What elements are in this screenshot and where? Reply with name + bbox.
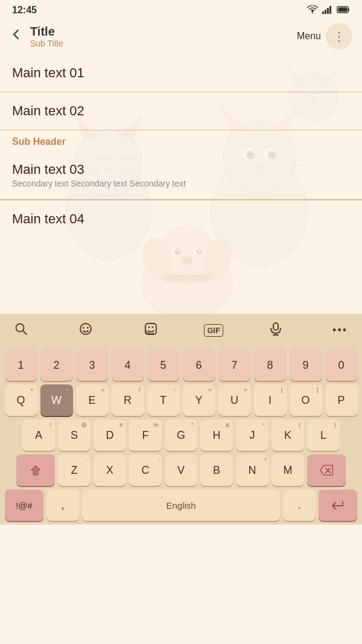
svg-point-45 (177, 249, 179, 252)
svg-point-50 (183, 278, 191, 285)
key-d[interactable]: #D (94, 419, 126, 451)
key-y[interactable]: <Y (183, 384, 215, 416)
key-a[interactable]: !A (22, 419, 55, 451)
app-bar-titles: Title Sub Title (30, 25, 297, 48)
status-time: 12:45 (12, 5, 37, 16)
svg-point-62 (151, 327, 153, 328)
key-z[interactable]: "Z (58, 454, 91, 486)
svg-point-58 (83, 327, 84, 329)
key-t[interactable]: -T (147, 384, 180, 416)
svg-rect-1 (325, 10, 326, 14)
back-button[interactable] (10, 28, 23, 45)
main-text-2: Main text 02 (12, 103, 350, 119)
main-text-4: Main text 04 (12, 211, 350, 227)
key-3[interactable]: 3 (76, 349, 109, 381)
svg-rect-6 (338, 7, 348, 11)
symbols-key[interactable]: !@# (5, 489, 43, 521)
svg-point-61 (148, 327, 150, 328)
key-i[interactable]: [I (254, 384, 287, 416)
key-s[interactable]: @S (58, 419, 91, 451)
sticker-icon[interactable] (139, 320, 162, 341)
mic-icon[interactable] (265, 320, 286, 341)
keyboard-rows: 1 2 3 4 5 6 7 8 9 0 +Q ÷W =E /R -T <Y >U… (0, 347, 362, 524)
key-n[interactable]: ?N (236, 454, 268, 486)
svg-rect-3 (329, 6, 331, 14)
key-r[interactable]: /R (112, 384, 144, 416)
key-0[interactable]: 0 (325, 349, 358, 381)
key-q[interactable]: +Q (5, 384, 37, 416)
svg-rect-63 (273, 323, 278, 330)
main-text-1: Main text 01 (12, 65, 350, 81)
backspace-key[interactable] (307, 454, 346, 486)
signal-icon (322, 5, 333, 16)
keyboard-toolbar: GIF ••• (0, 314, 362, 347)
key-m[interactable]: M (272, 454, 304, 486)
main-text-3: Main text 03 (12, 162, 350, 177)
key-2[interactable]: 2 (40, 349, 73, 381)
key-c[interactable]: ;C (129, 454, 162, 486)
key-l[interactable]: )L (307, 419, 340, 451)
key-h[interactable]: &H (200, 419, 233, 451)
keyboard-area: GIF ••• 1 2 3 4 5 6 7 8 9 0 +Q ÷W (0, 314, 362, 524)
list-item-2[interactable]: Main text 02 (0, 92, 362, 130)
key-g[interactable]: ^G (165, 419, 197, 451)
svg-rect-5 (348, 8, 349, 11)
key-j[interactable]: *J (236, 419, 268, 451)
key-w[interactable]: ÷W (40, 384, 73, 416)
status-icons (306, 5, 350, 16)
key-4[interactable]: 4 (112, 349, 144, 381)
key-o[interactable]: ]O (290, 384, 322, 416)
comma-key[interactable]: , (46, 489, 79, 521)
key-1[interactable]: 1 (5, 349, 37, 381)
key-e[interactable]: =E (76, 384, 109, 416)
svg-point-59 (87, 327, 89, 329)
more-icon: ⋮ (333, 29, 346, 43)
battery-icon (337, 6, 350, 15)
secondary-text-3: Secondary text Secondary text Secondary … (12, 179, 350, 188)
list-item-4[interactable]: Main text 04 (0, 200, 362, 232)
sub-header-row: Sub Header (0, 130, 362, 151)
svg-marker-66 (31, 465, 40, 475)
app-bar-right: Menu ⋮ (297, 23, 352, 49)
zxcv-row: "Z :X ;C 'V B ?N M (2, 454, 360, 486)
list-item-3[interactable]: Main text 03 Secondary text Secondary te… (0, 151, 362, 200)
space-key[interactable]: English (82, 489, 280, 521)
menu-label[interactable]: Menu (297, 31, 321, 42)
content-area: Main text 01 Main text 02 Sub Header Mai… (0, 54, 362, 314)
key-6[interactable]: 6 (183, 349, 215, 381)
emoji-icon[interactable] (74, 320, 97, 341)
gif-icon[interactable]: GIF (204, 324, 223, 337)
list-section: Main text 01 Main text 02 Sub Header Mai… (0, 54, 362, 232)
sub-header: Sub Header (12, 136, 66, 147)
search-icon[interactable] (10, 320, 33, 341)
app-bar: Title Sub Title Menu ⋮ (0, 18, 362, 54)
key-k[interactable]: (K (272, 419, 304, 451)
key-p[interactable]: P (325, 384, 358, 416)
svg-rect-2 (327, 8, 329, 14)
key-f[interactable]: %F (129, 419, 162, 451)
app-subtitle: Sub Title (30, 39, 297, 48)
number-row: 1 2 3 4 5 6 7 8 9 0 (2, 349, 360, 381)
period-key[interactable]: . (283, 489, 316, 521)
shift-key[interactable] (16, 454, 55, 486)
list-item-1[interactable]: Main text 01 (0, 54, 362, 92)
app-title: Title (30, 25, 297, 39)
bottom-row: !@# , English . (2, 489, 360, 521)
key-x[interactable]: :X (94, 454, 126, 486)
key-u[interactable]: >U (218, 384, 251, 416)
svg-point-46 (198, 249, 201, 252)
key-v[interactable]: 'V (165, 454, 197, 486)
asdf-row: !A @S #D %F ^G &H *J (K )L (2, 419, 360, 451)
enter-key[interactable] (319, 489, 357, 521)
key-7[interactable]: 7 (218, 349, 251, 381)
qwerty-row: +Q ÷W =E /R -T <Y >U [I ]O P (2, 384, 360, 416)
key-8[interactable]: 8 (254, 349, 287, 381)
status-bar: 12:45 (0, 0, 362, 18)
more-toolbar-icon[interactable]: ••• (328, 322, 352, 339)
key-9[interactable]: 9 (290, 349, 322, 381)
key-5[interactable]: 5 (147, 349, 180, 381)
svg-line-56 (23, 331, 27, 334)
key-b[interactable]: B (200, 454, 233, 486)
svg-rect-0 (322, 11, 324, 14)
more-button[interactable]: ⋮ (326, 23, 352, 49)
